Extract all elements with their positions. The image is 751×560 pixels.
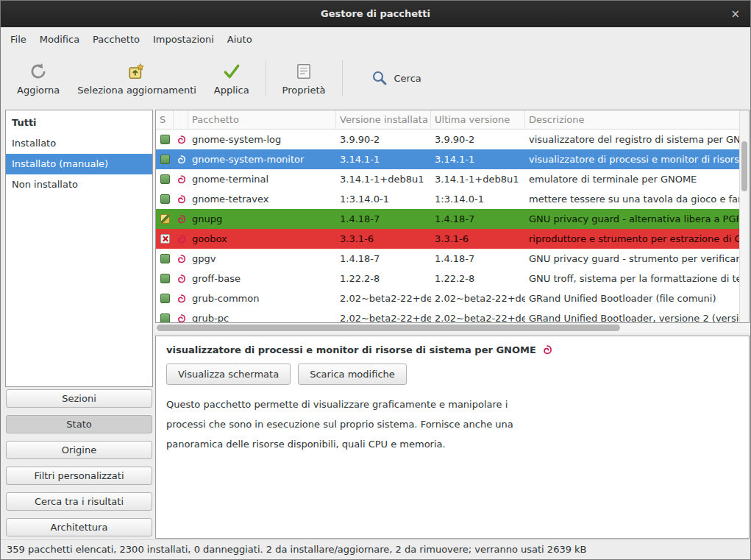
installed-version: 3.3.1-6 xyxy=(336,229,431,249)
table-row-marked-install[interactable]: gnupg 1.4.18-7 1.4.18-7 GNU privacy guar… xyxy=(156,209,739,229)
filter-item-tutti[interactable]: Tutti xyxy=(6,113,152,133)
vertical-scrollbar[interactable] xyxy=(739,110,749,322)
search-button[interactable]: Cerca xyxy=(359,62,433,94)
latest-version: 3.14.1-1+deb8u1 xyxy=(431,169,525,189)
emblem-cell xyxy=(174,155,188,165)
filter-item-installato[interactable]: Installato xyxy=(6,133,152,154)
latest-version: 1.4.18-7 xyxy=(431,209,525,229)
latest-version: 2.02~beta2-22+de xyxy=(431,308,525,322)
table-row[interactable]: grub-pc 2.02~beta2-22+de 2.02~beta2-22+d… xyxy=(156,308,739,322)
upgrades-icon xyxy=(127,61,146,82)
table-row[interactable]: grub-common 2.02~beta2-22+de 2.02~beta2-… xyxy=(156,288,739,308)
vertical-scrollbar-thumb[interactable] xyxy=(741,141,747,191)
status-cell xyxy=(156,214,174,224)
menu-modifica[interactable]: Modifica xyxy=(33,27,86,52)
search-results-button[interactable]: Cerca tra i risultati xyxy=(6,492,152,511)
column-header-description[interactable]: Descrizione xyxy=(525,110,739,129)
installed-version: 2.02~beta2-22+de xyxy=(336,308,431,322)
installed-version: 1.4.18-7 xyxy=(336,209,431,229)
installed-version: 1.22.2-8 xyxy=(336,269,431,288)
table-row-selected[interactable]: gnome-system-monitor 3.14.1-1 3.14.1-1 v… xyxy=(156,149,739,169)
column-header-installed-version[interactable]: Versione installata xyxy=(336,110,431,129)
package-installed-icon xyxy=(160,174,170,184)
column-header-status[interactable]: S xyxy=(156,110,174,129)
properties-button[interactable]: Proprietà xyxy=(274,58,335,99)
package-installed-icon xyxy=(160,313,170,322)
titlebar[interactable]: Gestore di pacchetti × xyxy=(1,1,750,27)
latest-version: 1.22.2-8 xyxy=(431,269,525,288)
custom-filters-button[interactable]: Filtri personalizzati xyxy=(6,467,152,485)
filter-item-installato-manuale[interactable]: Installato (manuale) xyxy=(6,154,152,174)
package-description: riproduttore e strumento per estrazione … xyxy=(525,229,739,249)
menu-impostazioni[interactable]: Impostazioni xyxy=(146,27,221,52)
view-screenshot-button[interactable]: Visualizza schermata xyxy=(166,364,291,385)
mark-upgrades-button[interactable]: Seleziona aggiornamenti xyxy=(68,58,205,99)
package-description: GNU privacy guard - strumento per verifi… xyxy=(525,249,739,269)
details-panel: visualizzatore di processi e monitor di … xyxy=(155,336,750,539)
package-installed-icon xyxy=(160,155,170,164)
debian-swirl-icon xyxy=(176,234,186,244)
package-installed-icon xyxy=(160,135,170,144)
status-cell xyxy=(156,135,174,144)
package-description: visualizzatore del registro di sistema p… xyxy=(525,130,739,149)
toolbar: Aggiorna Seleziona aggiornamenti Applica… xyxy=(1,52,750,104)
package-name: goobox xyxy=(188,229,336,249)
menu-file[interactable]: File xyxy=(4,27,33,52)
apply-button[interactable]: Applica xyxy=(205,58,258,99)
status-cell xyxy=(156,313,174,322)
package-installed-icon xyxy=(160,254,170,263)
horizontal-scrollbar[interactable] xyxy=(155,323,750,333)
mark-upgrades-label: Seleziona aggiornamenti xyxy=(77,85,196,96)
properties-label: Proprietà xyxy=(282,85,326,96)
origin-button[interactable]: Origine xyxy=(6,441,152,459)
latest-version: 3.14.1-1 xyxy=(431,149,525,169)
package-name: groff-base xyxy=(188,269,336,288)
check-icon xyxy=(222,61,241,82)
package-name: gnome-tetravex xyxy=(188,189,336,209)
installed-version: 1.4.18-7 xyxy=(336,249,431,269)
table-row[interactable]: groff-base 1.22.2-8 1.22.2-8 GNU troff, … xyxy=(156,269,739,288)
column-header-package[interactable]: Pacchetto xyxy=(188,110,336,129)
search-label: Cerca xyxy=(394,73,421,84)
table-row[interactable]: gpgv 1.4.18-7 1.4.18-7 GNU privacy guard… xyxy=(156,249,739,269)
column-header-emblem[interactable] xyxy=(174,110,188,129)
status-cell xyxy=(156,155,174,164)
horizontal-scrollbar-thumb[interactable] xyxy=(157,325,620,331)
package-description: mettere tessere su una tavola da gioco e… xyxy=(525,189,739,209)
filter-item-non-installato[interactable]: Non installato xyxy=(6,174,152,195)
status-button[interactable]: Stato xyxy=(6,415,152,433)
package-description: visualizzatore di processi e monitor di … xyxy=(525,149,739,169)
architecture-button[interactable]: Architettura xyxy=(6,518,152,536)
menu-aiuto[interactable]: Aiuto xyxy=(221,27,259,52)
menu-pacchetto[interactable]: Pacchetto xyxy=(86,27,146,52)
table-row-marked-remove[interactable]: goobox 3.3.1-6 3.3.1-6 riproduttore e st… xyxy=(156,229,739,249)
table-row[interactable]: gnome-system-log 3.9.90-2 3.9.90-2 visua… xyxy=(156,130,739,149)
column-header-latest-version[interactable]: Ultima versione xyxy=(431,110,525,129)
package-name: gnome-system-log xyxy=(188,130,336,149)
table-row[interactable]: gnome-terminal 3.14.1-1+deb8u1 3.14.1-1+… xyxy=(156,169,739,189)
apply-label: Applica xyxy=(214,85,249,96)
emblem-cell xyxy=(174,214,188,224)
package-name: gpgv xyxy=(188,249,336,269)
toolbar-separator xyxy=(266,60,266,96)
sections-button[interactable]: Sezioni xyxy=(6,389,152,408)
status-cell xyxy=(156,234,174,244)
statusbar-text: 359 pacchetti elencati, 2300 installati,… xyxy=(7,544,587,555)
package-marked-install-icon xyxy=(160,214,170,224)
get-changelog-button[interactable]: Scarica modifiche xyxy=(298,364,407,385)
package-name: gnome-system-monitor xyxy=(188,149,336,169)
reload-button[interactable]: Aggiorna xyxy=(8,58,68,99)
package-installed-icon xyxy=(160,274,170,283)
package-description: emulatore di terminale per GNOME xyxy=(525,169,739,189)
close-icon[interactable]: × xyxy=(730,1,740,27)
properties-icon xyxy=(294,61,313,82)
emblem-cell xyxy=(174,135,188,145)
filter-list: Tutti Installato Installato (manuale) No… xyxy=(5,110,153,387)
table-row[interactable]: gnome-tetravex 1:3.14.0-1 1:3.14.0-1 met… xyxy=(156,189,739,209)
installed-version: 3.14.1-1+deb8u1 xyxy=(336,169,431,189)
latest-version: 3.9.90-2 xyxy=(431,130,525,149)
status-cell xyxy=(156,254,174,263)
emblem-cell xyxy=(174,274,188,284)
package-description: GNU privacy guard - alternativa libera a… xyxy=(525,209,739,229)
details-title: visualizzatore di processi e monitor di … xyxy=(166,344,536,355)
